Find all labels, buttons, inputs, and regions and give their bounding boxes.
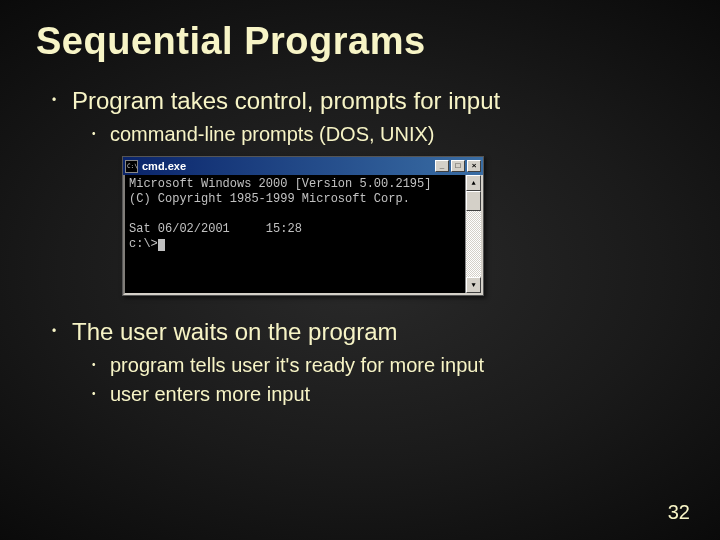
scroll-thumb[interactable]	[466, 191, 481, 211]
terminal[interactable]: Microsoft Windows 2000 [Version 5.00.219…	[123, 175, 483, 295]
cursor-icon	[158, 239, 165, 251]
terminal-line: (C) Copyright 1985-1999 Microsoft Corp.	[129, 192, 410, 206]
slide-title: Sequential Programs	[36, 20, 684, 63]
scroll-down-button[interactable]: ▼	[466, 277, 481, 293]
scroll-up-button[interactable]: ▲	[466, 175, 481, 191]
minimize-button[interactable]: _	[435, 160, 449, 172]
terminal-prompt: c:\>	[129, 237, 158, 251]
terminal-line: Microsoft Windows 2000 [Version 5.00.219…	[129, 177, 431, 191]
cmd-icon	[125, 160, 138, 173]
bullet-level2: user enters more input	[92, 383, 684, 406]
scroll-track[interactable]	[466, 211, 481, 277]
page-number: 32	[668, 501, 690, 524]
maximize-button[interactable]: □	[451, 160, 465, 172]
bullet-level2: program tells user it's ready for more i…	[92, 354, 684, 377]
titlebar: cmd.exe _ □ ×	[123, 157, 483, 175]
scrollbar[interactable]: ▲ ▼	[465, 175, 481, 293]
bullet-level2: command-line prompts (DOS, UNIX)	[92, 123, 684, 146]
bullet-level1: The user waits on the program	[52, 318, 684, 346]
terminal-line: Sat 06/02/2001 15:28	[129, 222, 302, 236]
close-button[interactable]: ×	[467, 160, 481, 172]
window-buttons: _ □ ×	[435, 160, 481, 172]
cmd-window: cmd.exe _ □ × Microsoft Windows 2000 [Ve…	[122, 156, 484, 296]
slide: Sequential Programs Program takes contro…	[0, 0, 720, 540]
window-title: cmd.exe	[142, 160, 435, 172]
bullet-level1: Program takes control, prompts for input	[52, 87, 684, 115]
